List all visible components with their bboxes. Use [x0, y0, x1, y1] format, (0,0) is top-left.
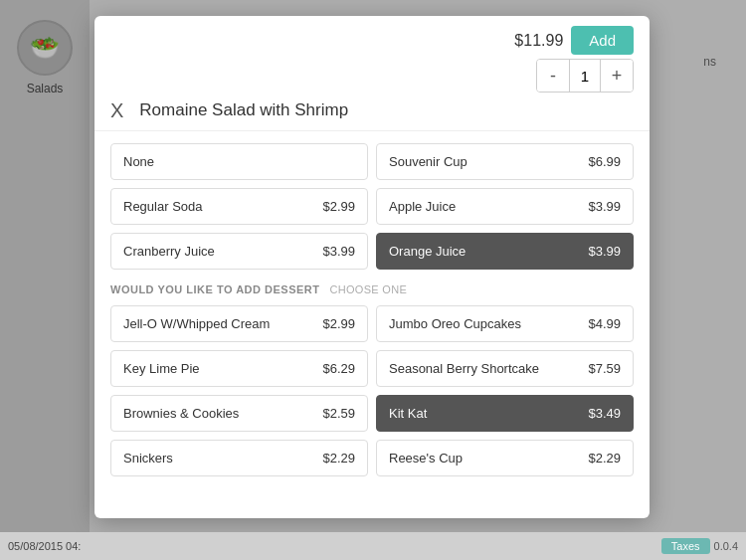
drink-item-apple-juice-name: Apple Juice: [389, 199, 456, 214]
dessert-item-reeses-cup[interactable]: Reese's Cup $2.29: [376, 440, 634, 476]
drink-item-cranberry-juice[interactable]: Cranberry Juice $3.99: [110, 233, 368, 270]
dessert-item-kit-kat-name: Kit Kat: [389, 406, 427, 421]
dessert-item-jumbo-oreo-price: $4.99: [588, 316, 621, 331]
quantity-control: - 1 +: [536, 59, 634, 93]
dessert-item-berry-shortcake-name: Seasonal Berry Shortcake: [389, 361, 539, 376]
dessert-item-jello-price: $2.99: [322, 316, 355, 331]
datetime-label: 05/08/2015 04:: [8, 540, 81, 552]
drink-item-cranberry-juice-price: $3.99: [322, 244, 355, 259]
close-button[interactable]: X: [110, 100, 123, 120]
drink-item-orange-juice-price: $3.99: [588, 244, 621, 259]
drink-item-none[interactable]: None: [110, 143, 368, 180]
dessert-item-brownies-name: Brownies & Cookies: [123, 406, 239, 421]
drink-item-apple-juice-price: $3.99: [588, 199, 621, 214]
dessert-item-jumbo-oreo[interactable]: Jumbo Oreo Cupcakes $4.99: [376, 305, 634, 342]
add-button[interactable]: Add: [571, 26, 634, 55]
dessert-item-berry-shortcake[interactable]: Seasonal Berry Shortcake $7.59: [376, 350, 634, 387]
dessert-item-reeses-cup-name: Reese's Cup: [389, 451, 463, 466]
drink-items-grid: None Souvenir Cup $6.99 Regular Soda $2.…: [110, 143, 634, 270]
drink-item-souvenir-cup-price: $6.99: [588, 154, 621, 169]
dessert-item-berry-shortcake-price: $7.59: [588, 361, 621, 376]
dessert-item-snickers-name: Snickers: [123, 451, 173, 466]
drink-item-cranberry-juice-name: Cranberry Juice: [123, 244, 215, 259]
drink-item-regular-soda[interactable]: Regular Soda $2.99: [110, 188, 368, 225]
dessert-choose-one: CHOOSE ONE: [329, 283, 407, 295]
dessert-item-brownies-price: $2.59: [322, 406, 355, 421]
drink-item-none-name: None: [123, 154, 154, 169]
drink-item-apple-juice[interactable]: Apple Juice $3.99: [376, 188, 634, 225]
dessert-item-key-lime-name: Key Lime Pie: [123, 361, 200, 376]
drink-item-regular-soda-name: Regular Soda: [123, 199, 203, 214]
quantity-value: 1: [569, 60, 601, 92]
drink-item-souvenir-cup-name: Souvenir Cup: [389, 154, 467, 169]
taxes-button[interactable]: Taxes: [661, 538, 710, 554]
drink-item-orange-juice-name: Orange Juice: [389, 244, 466, 259]
quantity-increase-button[interactable]: +: [601, 60, 633, 92]
dessert-item-snickers-price: $2.29: [322, 451, 355, 466]
dessert-item-kit-kat-price: $3.49: [588, 406, 621, 421]
modal: $11.99 Add - 1 + X Romaine Salad with Sh…: [94, 16, 650, 518]
dessert-section-header: WOULD YOU LIKE TO ADD DESSERT CHOOSE ONE: [110, 283, 634, 295]
dessert-items-grid: Jell-O W/Whipped Cream $2.99 Jumbo Oreo …: [110, 305, 634, 476]
version-label: 0.0.4: [714, 540, 738, 552]
dessert-item-jello-name: Jell-O W/Whipped Cream: [123, 316, 270, 331]
modal-title: Romaine Salad with Shrimp: [139, 100, 348, 120]
dessert-item-snickers[interactable]: Snickers $2.29: [110, 440, 368, 476]
modal-body: None Souvenir Cup $6.99 Regular Soda $2.…: [94, 131, 650, 502]
dessert-section-title: WOULD YOU LIKE TO ADD DESSERT: [110, 283, 319, 295]
bottom-bar-right: Taxes 0.0.4: [661, 538, 738, 554]
dessert-item-brownies[interactable]: Brownies & Cookies $2.59: [110, 395, 368, 432]
drink-item-regular-soda-price: $2.99: [322, 199, 355, 214]
bottom-bar: 05/08/2015 04: Taxes 0.0.4: [0, 532, 746, 560]
drink-item-orange-juice[interactable]: Orange Juice $3.99: [376, 233, 634, 270]
dessert-item-key-lime-price: $6.29: [322, 361, 355, 376]
dessert-item-reeses-cup-price: $2.29: [588, 451, 621, 466]
modal-header-bottom: X Romaine Salad with Shrimp: [94, 100, 650, 131]
item-price: $11.99: [514, 32, 563, 50]
dessert-item-kit-kat[interactable]: Kit Kat $3.49: [376, 395, 634, 432]
modal-header-top: $11.99 Add: [94, 16, 650, 59]
dessert-item-key-lime[interactable]: Key Lime Pie $6.29: [110, 350, 368, 387]
quantity-decrease-button[interactable]: -: [537, 60, 569, 92]
drink-item-souvenir-cup[interactable]: Souvenir Cup $6.99: [376, 143, 634, 180]
dessert-item-jello[interactable]: Jell-O W/Whipped Cream $2.99: [110, 305, 368, 342]
dessert-item-jumbo-oreo-name: Jumbo Oreo Cupcakes: [389, 316, 521, 331]
